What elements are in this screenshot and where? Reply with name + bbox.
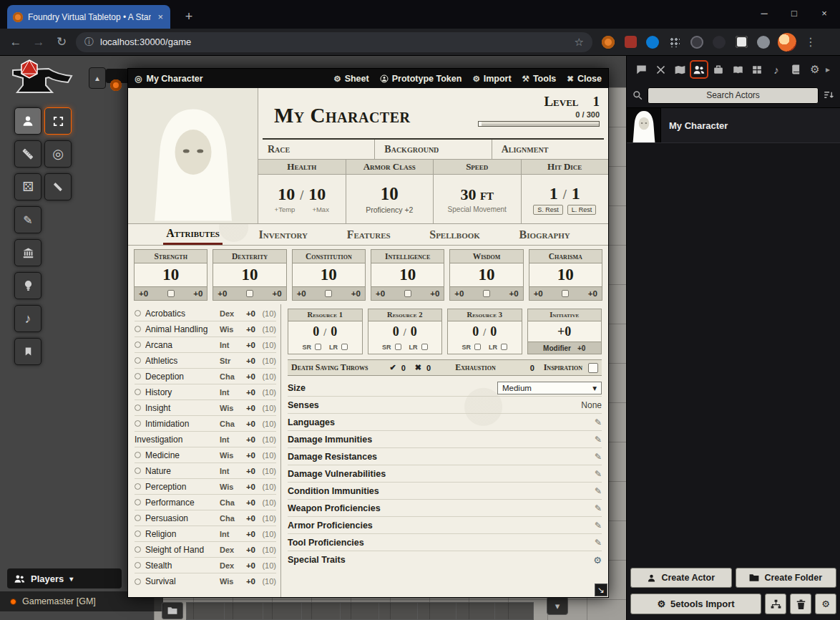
tools-button[interactable]: ⚒ Tools bbox=[522, 74, 557, 84]
skill-row[interactable]: AcrobaticsDex+0(10) bbox=[135, 306, 276, 321]
extension-icon-4[interactable] bbox=[668, 35, 682, 49]
tab-features[interactable]: Features bbox=[344, 224, 394, 245]
folder-tree-button[interactable] bbox=[765, 594, 786, 614]
sr-checkbox[interactable] bbox=[474, 344, 481, 350]
ability-strength[interactable]: Strength 10 +0+0 bbox=[134, 249, 207, 301]
skill-row[interactable]: HistoryInt+0(10) bbox=[135, 384, 276, 400]
proficiency-toggle[interactable] bbox=[135, 357, 141, 364]
proficiency-toggle[interactable] bbox=[135, 405, 141, 411]
lr-checkbox[interactable] bbox=[341, 344, 348, 350]
death-success-count[interactable]: 0 bbox=[401, 364, 406, 372]
chat-tab[interactable] bbox=[632, 60, 650, 79]
skill-row[interactable]: InvestigationInt+0(10) bbox=[135, 432, 276, 447]
hotbar-slot[interactable] bbox=[379, 602, 418, 620]
hd-max[interactable]: 1 bbox=[572, 184, 580, 203]
profile-avatar[interactable] bbox=[778, 33, 796, 52]
proficiency-toggle[interactable] bbox=[135, 326, 141, 332]
settings-button[interactable]: ⚙ bbox=[815, 594, 836, 614]
skill-row[interactable]: Sleight of HandDex+0(10) bbox=[135, 542, 276, 558]
save-prof-checkbox[interactable] bbox=[246, 290, 253, 297]
death-fail-count[interactable]: 0 bbox=[426, 364, 431, 372]
proficiency-toggle[interactable] bbox=[135, 562, 141, 568]
save-prof-checkbox[interactable] bbox=[167, 290, 175, 297]
new-tab-button[interactable]: + bbox=[180, 8, 197, 25]
tab-inventory[interactable]: Inventory bbox=[255, 224, 311, 245]
character-name[interactable]: My Character bbox=[263, 88, 469, 138]
extension-icon-8[interactable] bbox=[756, 35, 771, 49]
special-movement-label[interactable]: Special Movement bbox=[448, 205, 507, 213]
5etools-import-button[interactable]: ⚙ 5etools Import bbox=[630, 594, 761, 614]
sr-checkbox[interactable] bbox=[395, 344, 401, 350]
ruler-secondary-tool[interactable] bbox=[44, 173, 72, 200]
hotbar-slot[interactable] bbox=[263, 602, 302, 620]
lighting-layer-button[interactable] bbox=[14, 272, 41, 299]
long-rest-button[interactable]: L. Rest bbox=[567, 205, 597, 215]
close-window-button[interactable]: × bbox=[814, 8, 834, 19]
resource-1[interactable]: Resource 1 0/0 SRLR bbox=[288, 309, 363, 354]
edit-icon[interactable]: ✎ bbox=[595, 520, 602, 531]
create-folder-button[interactable]: Create Folder bbox=[736, 568, 837, 588]
back-button[interactable]: ← bbox=[4, 35, 27, 49]
proficiency-toggle[interactable] bbox=[135, 310, 141, 316]
dice-tool[interactable]: ⚄ bbox=[14, 173, 41, 200]
drawings-layer-button[interactable]: ✎ bbox=[14, 206, 41, 233]
proficiency-toggle[interactable] bbox=[135, 420, 141, 427]
sheet-config-button[interactable]: ⚙ Sheet bbox=[333, 74, 368, 84]
hp-maxmod-label[interactable]: +Max bbox=[312, 205, 329, 213]
window-titlebar[interactable]: ◎ My Character ⚙ Sheet Prototype Token ⚙… bbox=[128, 69, 608, 88]
ability-constitution[interactable]: Constitution 10 +0+0 bbox=[292, 249, 366, 301]
sidebar-collapse-icon[interactable]: ▸ bbox=[826, 64, 830, 74]
reload-button[interactable]: ↻ bbox=[50, 34, 73, 49]
import-button[interactable]: ⚙ Import bbox=[472, 74, 511, 84]
sr-checkbox[interactable] bbox=[315, 344, 321, 350]
background-field[interactable]: Background bbox=[375, 140, 492, 159]
skill-row[interactable]: AthleticsStr+0(10) bbox=[135, 353, 276, 369]
check-icon[interactable]: ✔ bbox=[390, 363, 396, 372]
actors-tab[interactable] bbox=[690, 60, 708, 79]
hotbar-collapse-button[interactable]: ▾ bbox=[547, 596, 568, 615]
extension-icon-3[interactable] bbox=[645, 35, 660, 49]
hp-max[interactable]: 10 bbox=[308, 185, 326, 204]
combat-tab[interactable] bbox=[651, 60, 670, 79]
proficiency-toggle[interactable] bbox=[135, 515, 141, 521]
edit-icon[interactable]: ✎ bbox=[595, 452, 602, 462]
browser-tab[interactable]: Foundry Virtual Tabletop • A Stan × bbox=[7, 5, 170, 29]
lr-checkbox[interactable] bbox=[421, 344, 428, 350]
ability-charisma[interactable]: Charisma 10 +0+0 bbox=[529, 249, 602, 301]
save-prof-checkbox[interactable] bbox=[483, 290, 490, 297]
window-resize-handle[interactable]: ↘ bbox=[595, 583, 607, 596]
xp-value[interactable]: 0 / 300 bbox=[575, 110, 600, 119]
extension-icon-7[interactable] bbox=[734, 35, 748, 49]
target-tool[interactable]: ◎ bbox=[44, 140, 72, 168]
edit-icon[interactable]: ✎ bbox=[595, 435, 602, 445]
tab-attributes[interactable]: Attributes bbox=[163, 224, 223, 245]
items-tab[interactable] bbox=[709, 60, 728, 79]
proficiency-toggle[interactable] bbox=[135, 499, 141, 505]
address-bar[interactable]: ⓘ localhost:30000/game ☆ bbox=[76, 32, 592, 52]
proficiency-toggle[interactable] bbox=[135, 531, 141, 537]
skill-row[interactable]: MedicineWis+0(10) bbox=[135, 447, 276, 463]
hotbar-slot[interactable] bbox=[186, 602, 225, 620]
skill-row[interactable]: NatureInt+0(10) bbox=[135, 463, 276, 479]
scenes-tab[interactable] bbox=[670, 60, 689, 79]
edit-icon[interactable]: ✎ bbox=[595, 486, 602, 496]
alignment-field[interactable]: Alignment bbox=[492, 140, 608, 159]
hotbar-slot[interactable] bbox=[418, 602, 456, 620]
tables-tab[interactable] bbox=[748, 60, 766, 79]
proficiency-toggle[interactable] bbox=[135, 373, 141, 379]
character-portrait[interactable] bbox=[128, 88, 258, 223]
url-text[interactable]: localhost:30000/game bbox=[100, 37, 568, 47]
ability-wisdom[interactable]: Wisdom 10 +0+0 bbox=[449, 249, 523, 301]
ac-value[interactable]: 10 bbox=[381, 184, 399, 204]
save-prof-checkbox[interactable] bbox=[562, 290, 569, 297]
create-actor-button[interactable]: Create Actor bbox=[630, 568, 732, 588]
ability-dexterity[interactable]: Dexterity 10 +0+0 bbox=[213, 249, 286, 301]
proficiency-toggle[interactable] bbox=[135, 342, 141, 348]
inspiration-checkbox[interactable] bbox=[588, 363, 598, 373]
hotbar-slot[interactable] bbox=[225, 602, 263, 620]
hp-current[interactable]: 10 bbox=[278, 185, 295, 204]
nav-collapse-button[interactable]: ▲ bbox=[89, 67, 106, 89]
walls-layer-button[interactable] bbox=[14, 239, 41, 266]
extension-icon-2[interactable] bbox=[623, 35, 638, 49]
skill-row[interactable]: StealthDex+0(10) bbox=[135, 558, 276, 573]
